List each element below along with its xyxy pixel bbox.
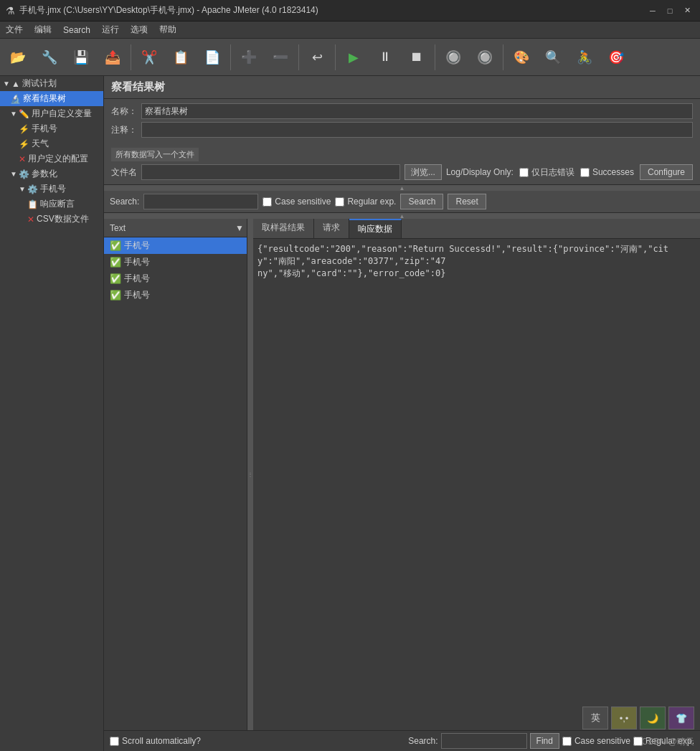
- sidebar-item-phone2[interactable]: ▼ ⚙️ 手机号: [0, 181, 103, 197]
- maximize-btn[interactable]: □: [663, 4, 677, 18]
- list-sort-icon[interactable]: ▼: [232, 220, 247, 236]
- result-panel: 取样器结果 请求 响应数据 {"resultcode":"200","reaso…: [253, 219, 700, 730]
- menu-run[interactable]: 运行: [96, 22, 125, 38]
- open-btn[interactable]: 📂: [3, 42, 33, 73]
- window-title: 手机号.jmx (C:\Users\YY\Desktop\手机号.jmx) - …: [19, 4, 645, 16]
- separator-3: [298, 44, 299, 70]
- sidebar-item-weather[interactable]: ⚡ 天气: [0, 136, 103, 151]
- drag-handle-vertical[interactable]: ⋮: [247, 219, 253, 730]
- list-body: ✅ 手机号 ✅ 手机号 ✅ 手机号 ✅ 手机号: [104, 237, 247, 730]
- sidebar-item-csv[interactable]: ✕ CSV数据文件: [0, 212, 103, 227]
- assertion-icon: 📋: [27, 199, 38, 209]
- search-input[interactable]: [143, 194, 258, 209]
- search-label: Search:: [110, 197, 139, 207]
- sidebar-item-user-vars[interactable]: ▼ ✏️ 用户自定义变量: [0, 106, 103, 121]
- test-btn[interactable]: 🚴: [569, 42, 600, 73]
- case-sensitive-label: Case sensitive: [275, 197, 331, 207]
- search-button[interactable]: Search: [400, 194, 443, 209]
- sidebar-item-results-tree[interactable]: 🔬 察看结果树: [0, 91, 103, 106]
- lang-btn-moon[interactable]: 🌙: [640, 707, 666, 729]
- separator-1: [131, 44, 131, 70]
- function-btn[interactable]: 🎨: [506, 42, 536, 73]
- sidebar-params-label: 参数化: [32, 168, 57, 180]
- remove-btn[interactable]: ➖: [265, 42, 295, 73]
- phone1-icon: ⚡: [19, 124, 29, 134]
- lang-btn-en[interactable]: 英: [582, 707, 608, 729]
- close-btn[interactable]: ✕: [680, 4, 694, 18]
- comment-label: 注释：: [111, 124, 137, 136]
- list-item-3[interactable]: ✅ 手机号: [104, 287, 247, 303]
- add-btn[interactable]: ➕: [234, 42, 264, 73]
- start-btn[interactable]: ▶: [339, 42, 369, 73]
- reset-button[interactable]: Reset: [448, 194, 486, 209]
- configure-btn[interactable]: Configure: [640, 164, 693, 180]
- regular-exp-checkbox[interactable]: [335, 197, 344, 207]
- menu-file[interactable]: 文件: [0, 22, 29, 38]
- template-btn[interactable]: 🔧: [34, 42, 65, 73]
- copy-btn[interactable]: 📋: [166, 42, 196, 73]
- sidebar: ▼ ▲ 测试计划 🔬 察看结果树 ▼ ✏️ 用户自定义变量 ⚡ 手机号 ⚡ 天气…: [0, 76, 104, 751]
- extra-btn[interactable]: 🎯: [601, 42, 631, 73]
- minimize-btn[interactable]: ─: [645, 4, 660, 18]
- tab-response-data[interactable]: 响应数据: [349, 219, 402, 238]
- remote-stop-btn[interactable]: 🔘: [470, 42, 500, 73]
- search-toolbar-btn[interactable]: 🔍: [538, 42, 568, 73]
- item-icon-1: ✅: [110, 257, 121, 268]
- successes-label: Successes: [592, 167, 634, 177]
- remote-btn[interactable]: 🔘: [438, 42, 468, 73]
- regular-exp-group: Regular exp.: [335, 197, 396, 207]
- result-tabs: 取样器结果 请求 响应数据: [253, 219, 700, 239]
- save-as-btn[interactable]: 📤: [98, 42, 128, 73]
- lang-btn-punct[interactable]: •,•: [611, 707, 637, 729]
- case-sensitive-checkbox[interactable]: [262, 197, 272, 207]
- sidebar-assertion-label: 响应断言: [40, 198, 75, 210]
- filename-input[interactable]: [141, 164, 400, 180]
- list-item-label-3: 手机号: [124, 289, 150, 301]
- bottom-case-checkbox[interactable]: [562, 737, 572, 746]
- successes-checkbox[interactable]: [580, 168, 590, 177]
- errors-checkbox[interactable]: [519, 168, 529, 177]
- list-item-1[interactable]: ✅ 手机号: [104, 254, 247, 270]
- sidebar-item-testplan[interactable]: ▼ ▲ 测试计划: [0, 76, 103, 91]
- arrow-params: ▼: [10, 170, 17, 178]
- title-bar: ⚗ 手机号.jmx (C:\Users\YY\Desktop\手机号.jmx) …: [0, 0, 700, 22]
- bottom-case-group: Case sensitive: [562, 736, 630, 746]
- drag-handle-top[interactable]: [104, 185, 700, 191]
- name-input[interactable]: [141, 103, 693, 119]
- undo-btn[interactable]: ↩: [302, 42, 332, 73]
- menu-options[interactable]: 选项: [125, 22, 153, 38]
- list-item-2[interactable]: ✅ 手机号: [104, 270, 247, 287]
- separator-4: [335, 44, 336, 70]
- sidebar-item-assertion[interactable]: 📋 响应断言: [0, 197, 103, 212]
- list-item-0[interactable]: ✅ 手机号: [104, 237, 247, 254]
- comment-row: 注释：: [111, 122, 693, 138]
- tab-request[interactable]: 请求: [314, 219, 349, 238]
- log-row: Log/Display Only: 仅日志错误 Successes Config…: [446, 164, 693, 180]
- stop-btn[interactable]: ⏹: [402, 42, 432, 73]
- sidebar-user-vars-label: 用户自定义变量: [32, 108, 92, 120]
- paste-btn[interactable]: 📄: [197, 42, 227, 73]
- browse-btn[interactable]: 浏览...: [405, 164, 442, 180]
- save-btn[interactable]: 💾: [66, 42, 96, 73]
- menu-help[interactable]: 帮助: [153, 22, 182, 38]
- drag-handle-bottom[interactable]: [104, 213, 700, 219]
- comment-input[interactable]: [141, 122, 693, 138]
- lang-bar: 英 •,• 🌙 👕: [582, 707, 694, 729]
- list-header: Text ▼: [104, 219, 247, 237]
- cut-btn[interactable]: ✂️: [134, 42, 164, 73]
- pause-btn[interactable]: ⏸: [370, 42, 400, 73]
- sidebar-item-params[interactable]: ▼ ⚙️ 参数化: [0, 166, 103, 181]
- errors-check-group: 仅日志错误: [519, 166, 574, 179]
- menu-edit[interactable]: 编辑: [29, 22, 57, 38]
- menu-search[interactable]: Search: [57, 23, 96, 37]
- lang-btn-shirt[interactable]: 👕: [668, 707, 694, 729]
- menu-bar: 文件 编辑 Search 运行 选项 帮助: [0, 22, 700, 39]
- errors-label: 仅日志错误: [531, 166, 574, 179]
- find-btn[interactable]: Find: [530, 733, 559, 749]
- arrow-user-vars: ▼: [10, 110, 17, 118]
- sidebar-item-user-config[interactable]: ✕ 用户定义的配置: [0, 151, 103, 166]
- sidebar-item-phone1[interactable]: ⚡ 手机号: [0, 121, 103, 136]
- scroll-checkbox[interactable]: [110, 737, 119, 746]
- tab-sampler-result[interactable]: 取样器结果: [253, 219, 314, 238]
- bottom-search-input[interactable]: [441, 733, 527, 749]
